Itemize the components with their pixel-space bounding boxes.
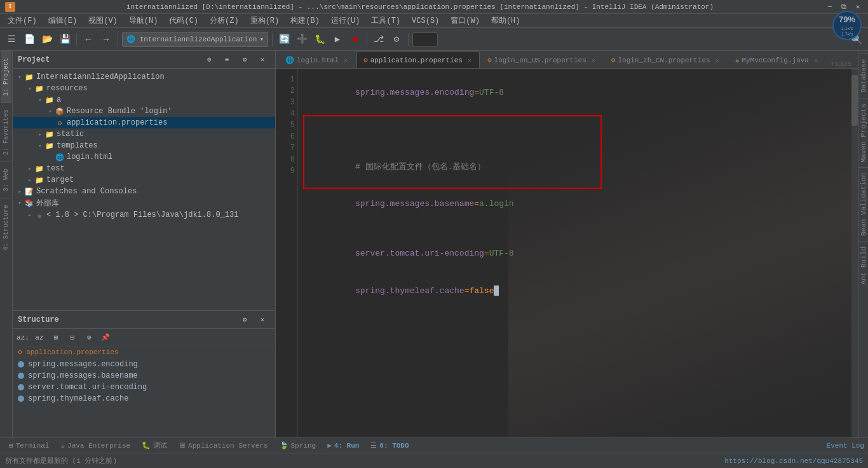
tab-mymvcconfig-close[interactable]: ✕ xyxy=(813,56,819,65)
bottom-tab-run[interactable]: ▶ 4: Run xyxy=(322,440,364,451)
menu-run[interactable]: 运行(U) xyxy=(326,14,365,27)
tab-application-properties[interactable]: ⚙ application.properties ✕ xyxy=(356,52,480,68)
tab-login-html[interactable]: 🌐 login.html ✕ xyxy=(278,52,356,68)
bottom-tab-terminal[interactable]: ⊞ Terminal xyxy=(4,440,54,451)
separator-3 xyxy=(272,33,273,46)
menu-analyze[interactable]: 分析(Z) xyxy=(205,14,244,27)
jdk-icon: ☕ xyxy=(34,210,44,220)
bottom-tab-spring[interactable]: 🍃 Spring xyxy=(275,440,322,451)
status-url[interactable]: https://blog.csdn.net/qqu42875345 xyxy=(724,457,863,465)
tree-item-login-html[interactable]: 🌐 login.html xyxy=(13,151,275,163)
project-select[interactable]: 🌐 InternatiannlizedApplication ▾ xyxy=(122,32,268,47)
file-tree: ▾ 📁 InternatiannlizedApplication ▾ 📁 res… xyxy=(13,69,275,310)
tree-item-jdk[interactable]: ▸ ☕ < 1.8 > C:\Program Files\Java\jdk1.8… xyxy=(13,209,275,221)
tree-item-static[interactable]: ▸ 📁 static xyxy=(13,128,275,140)
tab-login-en[interactable]: ⚙ login_en_US.properties ✕ xyxy=(480,52,604,68)
project-sidebar: Project ⚙ ≡ ⚙ ✕ ▾ 📁 InternatiannlizedApp… xyxy=(13,51,276,437)
sort-type-button[interactable]: az xyxy=(32,330,47,345)
sort-alpha-button[interactable]: az↓ xyxy=(15,330,31,345)
scrollbar-thumb[interactable] xyxy=(851,75,858,126)
new-file-button[interactable]: 📄 xyxy=(22,32,37,47)
menu-tools[interactable]: 工具(T) xyxy=(366,14,405,27)
bottom-tab-todo[interactable]: ☰ 6: TODO xyxy=(365,440,414,451)
line-num-5: 5 xyxy=(278,120,295,131)
tree-item-scratches[interactable]: ▸ 📝 Scratches and Consoles xyxy=(13,186,275,197)
tree-item-root[interactable]: ▾ 📁 InternatiannlizedApplication xyxy=(13,71,275,83)
left-tab-strip: 1: Project 2: Favorites 3: Web 4: Struct… xyxy=(0,51,13,437)
tree-item-templates[interactable]: ▾ 📁 templates xyxy=(13,140,275,151)
menu-help[interactable]: 帮助(H) xyxy=(486,14,526,27)
menu-view[interactable]: 视图(V) xyxy=(83,14,123,27)
collapse-all-button[interactable]: ⊟ xyxy=(65,330,80,345)
tree-label-target: target xyxy=(46,176,74,184)
bottom-tab-java-enterprise[interactable]: ☕ Java Enterprise xyxy=(55,440,135,451)
left-tab-web[interactable]: 3: Web xyxy=(1,162,11,198)
structure-item-encoding[interactable]: spring.messages.encoding xyxy=(13,359,275,370)
menu-vcs[interactable]: VCS(S) xyxy=(407,15,444,27)
menu-navigate[interactable]: 导航(N) xyxy=(124,14,163,27)
left-tab-favorites[interactable]: 2: Favorites xyxy=(1,102,11,162)
event-log-label[interactable]: Event Log xyxy=(827,442,864,450)
right-tab-bean-validation[interactable]: Bean Validation xyxy=(858,167,869,241)
sidebar-close-button[interactable]: ✕ xyxy=(255,52,270,67)
debug-button[interactable]: 🐛 xyxy=(312,32,327,47)
menu-window[interactable]: 窗口(W) xyxy=(445,14,485,27)
menu-file[interactable]: 文件(F) xyxy=(3,14,42,27)
tree-item-a[interactable]: ▾ 📁 a xyxy=(13,94,275,106)
stop-button[interactable]: ■ xyxy=(348,32,363,47)
right-tab-maven[interactable]: Maven Projects xyxy=(858,98,869,167)
forward-button[interactable]: → xyxy=(98,32,114,47)
editor-scrollbar[interactable] xyxy=(851,69,858,437)
left-tab-project[interactable]: 1: Project xyxy=(1,51,11,102)
structure-settings[interactable]: ⚙ xyxy=(237,312,252,327)
menu-code[interactable]: 代码(C) xyxy=(164,14,203,27)
sidebar-collapse-button[interactable]: ≡ xyxy=(219,52,234,67)
line-nav-input[interactable] xyxy=(412,32,438,46)
run-button[interactable]: ▶ xyxy=(330,32,345,47)
structure-item-basename[interactable]: spring.messages.basename xyxy=(13,370,275,382)
structure-pin[interactable]: 📌 xyxy=(98,330,113,345)
tab-mymvcconfig[interactable]: ☕ MyMvcConfig.java ✕ xyxy=(728,52,826,68)
left-tab-structure-side[interactable]: 4: Structure xyxy=(1,198,11,257)
tree-item-target[interactable]: ▸ 📁 target xyxy=(13,174,275,186)
code-area[interactable]: spring.messages.encoding=UTF-8 # 国际化配置文件… xyxy=(298,69,858,437)
structure-gear[interactable]: ⚙ xyxy=(81,330,97,345)
line-num-7: 7 xyxy=(278,142,295,154)
structure-close[interactable]: ✕ xyxy=(255,312,270,327)
right-tab-database[interactable]: Database xyxy=(858,53,869,98)
open-button[interactable]: 📂 xyxy=(39,32,55,47)
tab-login-zh-close[interactable]: ✕ xyxy=(714,56,721,65)
code-line-9: spring.thymeleaf.cache=false xyxy=(306,272,850,310)
editor-content[interactable]: 1 2 3 4 5 6 7 8 9 spring.messages.encodi… xyxy=(276,69,858,437)
prop-dot-encoding xyxy=(18,361,24,368)
tab-login-en-close[interactable]: ✕ xyxy=(590,56,597,65)
tab-app-props-close[interactable]: ✕ xyxy=(466,56,473,65)
sidebar-gear-button[interactable]: ⚙ xyxy=(237,52,252,67)
menu-edit[interactable]: 编辑(E) xyxy=(43,14,83,27)
tree-item-external-libs[interactable]: ▾ 📚 外部库 xyxy=(13,197,275,209)
right-tab-ant-build[interactable]: Ant Build xyxy=(858,241,869,289)
tree-item-resource-bundle[interactable]: ▾ 📦 Resource Bundle 'login' xyxy=(13,106,275,117)
tree-item-test[interactable]: ▸ 📁 test xyxy=(13,163,275,174)
bottom-tab-app-servers[interactable]: 🖥 Application Servers xyxy=(173,440,273,451)
back-button[interactable]: ← xyxy=(81,32,96,47)
tree-item-application-properties[interactable]: ⚙ application.properties xyxy=(13,117,275,128)
save-button[interactable]: 💾 xyxy=(57,32,72,47)
structure-toolbar: az↓ az ⊞ ⊟ ⚙ 📌 xyxy=(13,329,275,347)
add-config-button[interactable]: ➕ xyxy=(294,32,309,47)
menu-build[interactable]: 构建(B) xyxy=(285,14,325,27)
reload-button[interactable]: 🔄 xyxy=(276,32,292,47)
hamburger-button[interactable]: ☰ xyxy=(4,32,19,47)
expand-all-button[interactable]: ⊞ xyxy=(48,330,64,345)
tab-login-html-close[interactable]: ✕ xyxy=(342,56,349,65)
bottom-tab-debug[interactable]: 🐛 调试 xyxy=(137,439,172,451)
git-button[interactable]: ⎇ xyxy=(371,32,386,47)
menu-refactor[interactable]: 重构(R) xyxy=(245,14,285,27)
tree-item-resources[interactable]: ▾ 📁 resources xyxy=(13,83,275,94)
structure-item-tomcat[interactable]: server.tomcat.uri-encoding xyxy=(13,382,275,393)
tab-login-zh[interactable]: ⚙ login_zh_CN.properties ✕ xyxy=(604,52,728,68)
scratches-icon: 📝 xyxy=(24,186,34,196)
settings-button[interactable]: ⚙ xyxy=(389,32,404,47)
structure-item-thymeleaf[interactable]: spring.thymeleaf.cache xyxy=(13,393,275,404)
sidebar-settings-button[interactable]: ⚙ xyxy=(201,52,217,67)
